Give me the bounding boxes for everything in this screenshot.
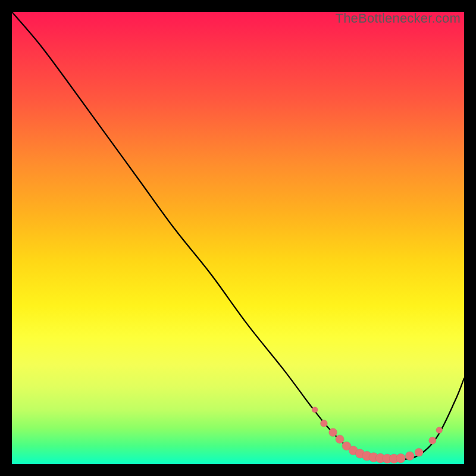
- highlight-dot: [312, 407, 318, 413]
- highlight-dot: [320, 420, 327, 427]
- highlight-dots: [312, 407, 442, 464]
- highlight-dot: [329, 428, 337, 437]
- highlight-dot: [429, 437, 436, 444]
- highlight-dot: [436, 427, 443, 434]
- highlight-dot: [415, 448, 423, 456]
- chart-overlay: [12, 12, 464, 464]
- bottleneck-curve: [12, 12, 464, 460]
- highlight-dot: [396, 453, 406, 463]
- stage: TheBottlenecker.com: [0, 0, 476, 476]
- plot-area: TheBottlenecker.com: [12, 12, 464, 464]
- highlight-dot: [405, 452, 414, 461]
- highlight-dot: [336, 435, 344, 443]
